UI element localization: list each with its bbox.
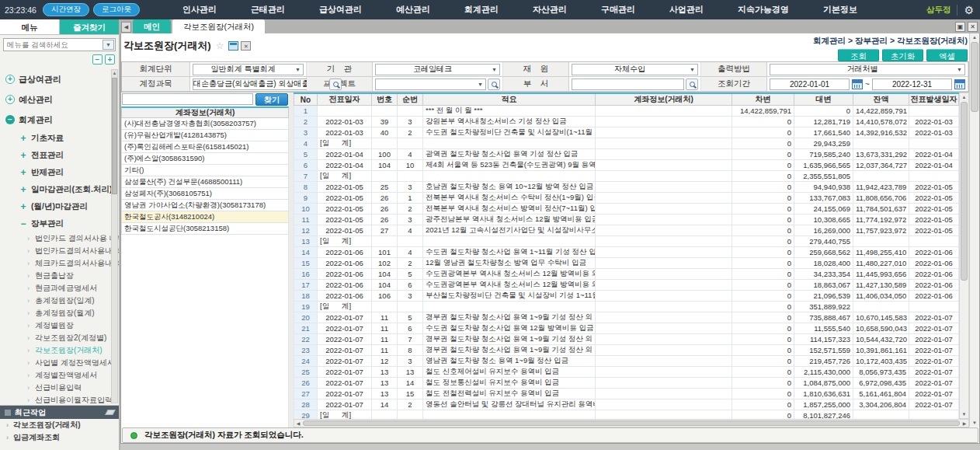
output-method-select[interactable]: 거래처별▼ xyxy=(770,64,965,75)
column-header[interactable]: 순번 xyxy=(398,93,423,106)
tree-toggle-icon[interactable]: + xyxy=(19,184,27,195)
leaf-arrow-icon[interactable]: › xyxy=(26,284,31,292)
account-list-item[interactable]: 삼성물산(주) 건설부문(4688500111) xyxy=(121,176,289,188)
recent-item[interactable]: ›입금계좌조회 xyxy=(0,431,119,444)
table-row[interactable]: 112022-01-05263광주전남본부 역사내 청소서비스 12월 방역비용… xyxy=(294,215,959,225)
grid-horizontal-scrollbar[interactable]: ◀ ▶ xyxy=(294,419,969,427)
topbar-menu-item[interactable]: 지속가능경영 xyxy=(738,4,789,16)
table-row[interactable]: 232022-01-07118경부권 철도차량 청소사업 용역 1~9월 기성 … xyxy=(294,345,959,356)
table-row[interactable]: 82022-01-05253호남권 철도차량 청소 용역 10~12월 방역 정… xyxy=(294,182,959,193)
table-row[interactable]: 52022-01-041004광역권 철도차량 청소사업 용역 기성 정산 입금… xyxy=(294,149,959,160)
scroll-down-icon[interactable]: ▼ xyxy=(960,410,968,418)
sidebar-tree-item[interactable]: +급상여관리 xyxy=(0,69,119,89)
scrollbar-thumb[interactable] xyxy=(112,78,117,194)
sidebar-tree-item[interactable]: −회계관리 xyxy=(0,110,119,130)
column-header[interactable]: 계좌정보(거래처) xyxy=(596,93,732,106)
find-button[interactable]: 찾기 xyxy=(255,93,288,106)
table-row[interactable]: 272022-01-071315철도 전철전력설비 유지보수 용역비 입금01,… xyxy=(294,389,959,399)
table-row[interactable]: 182022-01-061063부산철도차량정비단 건축물 및 시설장비 기성 … xyxy=(294,291,959,302)
topbar-menu-item[interactable]: 자산관리 xyxy=(533,4,567,16)
topbar-menu-item[interactable]: 급상여관리 xyxy=(319,4,362,16)
table-row[interactable]: 29[일 계]08,101,827,246 xyxy=(294,410,959,420)
tree-toggle-icon[interactable]: + xyxy=(19,150,27,161)
scroll-up-icon[interactable]: ▲ xyxy=(960,93,968,101)
fund-select[interactable]: 자체수입▼ xyxy=(572,64,698,75)
table-row[interactable]: 1*** 전 월 이 월 ***14,422,859,791014,422,85… xyxy=(294,106,959,117)
accounting-unit-select[interactable]: 일반회계 특별회계▼ xyxy=(193,64,304,75)
tree-toggle-icon[interactable]: + xyxy=(19,167,27,178)
table-row[interactable]: 282022-01-07142영동선 솔안터널 및 강릉선 장대터널 유지관리 … xyxy=(294,399,959,410)
scrollbar-thumb[interactable] xyxy=(303,420,960,426)
table-row[interactable]: 7[일 계]02,355,551,805 xyxy=(294,171,959,182)
organization-select[interactable]: 코레일테크▼ xyxy=(375,64,500,75)
leaf-arrow-icon[interactable]: › xyxy=(26,347,31,354)
close-tab-icon[interactable]: ✕ xyxy=(968,22,978,32)
tab-scroll-left-icon[interactable]: ◀ xyxy=(121,22,131,33)
project-select[interactable]: ▼ xyxy=(375,78,486,90)
column-header[interactable]: 전표발생일자 xyxy=(909,93,959,106)
topbar-menu-item[interactable]: 예산관리 xyxy=(396,4,430,16)
account-list-item[interactable]: 영남권 가야사업소(차량환경)(3058173178) xyxy=(121,200,289,211)
sidebar-tree-item[interactable]: ›계정별원장 xyxy=(0,319,119,332)
tab-main[interactable]: 메인 xyxy=(133,19,171,33)
leaf-arrow-icon[interactable]: › xyxy=(26,359,31,367)
table-row[interactable]: 152022-01-06102212월 영남권 철도차량청소 방역 업무 수탁비… xyxy=(294,258,959,269)
scrollbar-thumb[interactable] xyxy=(961,102,968,281)
leaf-arrow-icon[interactable]: › xyxy=(26,297,31,305)
extend-session-button[interactable]: 시간연장 xyxy=(43,3,89,16)
account-list-item[interactable]: (유)무림산업개발(4128143875) xyxy=(121,130,289,141)
sidebar-tree-item[interactable]: ›각보조원장2(계정별) xyxy=(0,332,119,344)
capture-icon[interactable]: ✕ xyxy=(241,41,251,51)
sidebar-tree-item[interactable]: +(월/년)마감관리 xyxy=(0,198,119,215)
table-row[interactable]: 172022-01-061046수도권광역본부 역사내 청소서비스 12월 방역… xyxy=(294,280,959,291)
search-icon[interactable] xyxy=(686,78,698,90)
tree-toggle-icon[interactable]: + xyxy=(5,75,15,84)
logout-button[interactable]: 로그아웃 xyxy=(93,3,140,16)
expand-all-button[interactable]: + xyxy=(105,54,115,65)
period-from-input[interactable]: 2022-01-01 xyxy=(770,78,850,90)
leaf-arrow-icon[interactable]: › xyxy=(26,272,31,280)
tab-current[interactable]: 각보조원장(거래처) xyxy=(172,19,265,33)
sidebar-tree-item[interactable]: +전표관리 xyxy=(0,147,119,164)
sidebar-tree-item[interactable]: ›현금과예금명세서 xyxy=(0,282,119,295)
popup-window-icon[interactable] xyxy=(228,41,238,51)
sidebar-tree-item[interactable]: +반제관리 xyxy=(0,164,119,181)
restore-window-icon[interactable]: ▣ xyxy=(955,22,965,32)
table-row[interactable]: 92022-01-05261전북본부 역사내 청소서비스 수탁비 정산(1~9월… xyxy=(294,193,959,204)
account-list-item[interactable]: (주)록인김해레스포타운(6158145021) xyxy=(121,141,289,153)
sidebar-tree-item[interactable]: ›현금출납장 xyxy=(0,270,119,282)
sidebar-tree-item[interactable]: ›법인카드결의서사용내역2 xyxy=(0,245,119,257)
account-search-input[interactable] xyxy=(122,93,253,105)
sidebar-tree-item[interactable]: ›법인카드 결의서사용 내역 xyxy=(0,232,119,245)
topbar-menu-item[interactable]: 근태관리 xyxy=(251,4,285,16)
sidebar-tree-item[interactable]: ›계정별잔액명세서 xyxy=(0,369,119,382)
tree-toggle-icon[interactable]: + xyxy=(19,201,27,212)
excel-button[interactable]: 엑셀 xyxy=(926,49,968,61)
search-icon[interactable] xyxy=(329,78,342,90)
scroll-up-icon[interactable]: ▲ xyxy=(970,33,979,41)
leaf-arrow-icon[interactable]: › xyxy=(26,334,31,342)
collapse-all-button[interactable]: − xyxy=(92,54,103,65)
recent-item[interactable]: ›각보조원장(거래처) xyxy=(0,419,119,431)
sidebar-tree-item[interactable]: +일마감관리(조회.처리) xyxy=(0,181,119,198)
table-row[interactable]: 13[일 계]0279,440,755 xyxy=(294,236,959,247)
search-button[interactable]: 조회 xyxy=(838,49,879,61)
panel-scrollbar[interactable]: ▲ ▼ xyxy=(969,33,979,427)
period-to-input[interactable]: 2022-12-31 xyxy=(872,78,952,90)
sidebar-tree-item[interactable]: +예산관리 xyxy=(0,89,119,110)
menu-search-input[interactable] xyxy=(4,40,103,49)
sidebar-tree-item[interactable]: ›선급비용이월자료입력 xyxy=(0,394,119,405)
table-row[interactable]: 252022-01-071313철도 신호제어설비 유지보수 용역비 입금02,… xyxy=(294,367,959,378)
tree-toggle-icon[interactable]: + xyxy=(19,133,27,144)
sidebar-tree-item[interactable]: ›총계정원장(월계) xyxy=(0,307,119,319)
sidebar-tree-item[interactable]: +기초자료 xyxy=(0,130,119,147)
column-header[interactable]: 대변 xyxy=(794,93,853,106)
column-header[interactable]: 전표일자 xyxy=(318,93,372,106)
table-row[interactable]: 62022-01-0410410제4회 서울역 등 523동 건축물(수도권광역… xyxy=(294,160,959,171)
table-row[interactable]: 19[일 계]0351,889,922 xyxy=(294,302,959,312)
account-list-item[interactable]: 기타() xyxy=(121,165,289,176)
sidebar-tree-item[interactable]: ›체크카드결의서사용내역 xyxy=(0,257,119,270)
column-header[interactable]: 번호 xyxy=(372,93,398,106)
department-input[interactable] xyxy=(572,78,684,90)
account-list-item[interactable]: 삼성페자(주)(3068105751) xyxy=(121,188,289,200)
